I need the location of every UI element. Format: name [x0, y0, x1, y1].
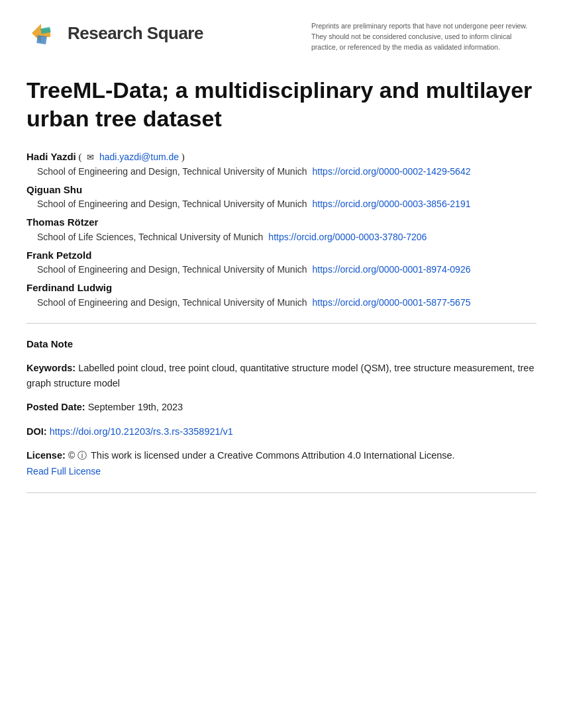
author-affiliation-row-2: School of Engineering and Design, Techni… [26, 197, 537, 211]
posted-date-value-text: September 19th, 2023 [88, 402, 183, 412]
metadata-section: Data Note Keywords: Labelled point cloud… [26, 337, 537, 479]
author-paren-open: ( [79, 152, 85, 162]
author-name-2: Qiguan Shu [26, 184, 82, 195]
author-name-4: Frank Petzold [26, 250, 91, 261]
header-disclaimer: Preprints are preliminary reports that h… [311, 19, 537, 52]
orcid-link-4[interactable]: https://orcid.org/0000-0001-8974-0926 [313, 263, 471, 277]
author-name-5: Ferdinand Ludwig [26, 282, 112, 293]
author-affiliation-row-1: School of Engineering and Design, Techni… [26, 165, 537, 179]
divider-2 [26, 492, 537, 493]
authors-section: Hadi Yazdi ( ✉ hadi.yazdi@tum.de ) Schoo… [26, 150, 537, 310]
posted-date-label: Posted Date: [26, 402, 85, 412]
author-affiliation-5: School of Engineering and Design, Techni… [26, 296, 307, 310]
author-block-4: Frank Petzold School of Engineering and … [26, 248, 537, 277]
author-affiliation-3: School of Life Sciences, Technical Unive… [26, 230, 263, 244]
author-block-1: Hadi Yazdi ( ✉ hadi.yazdi@tum.de ) Schoo… [26, 150, 537, 179]
author-block-2: Qiguan Shu School of Engineering and Des… [26, 183, 537, 212]
orcid-link-2[interactable]: https://orcid.org/0000-0003-3856-2191 [313, 197, 471, 211]
divider-1 [26, 323, 537, 324]
main-content: TreeML-Data; a multidisciplinary and mul… [0, 64, 563, 532]
orcid-link-3[interactable]: https://orcid.org/0000-0003-3780-7206 [268, 230, 427, 244]
posted-date-row: Posted Date: September 19th, 2023 [26, 400, 537, 414]
page: Research Square Preprints are preliminar… [0, 0, 563, 728]
license-text: This work is licensed under a Creative C… [91, 450, 455, 461]
keywords-label: Keywords: [26, 363, 76, 373]
svg-marker-2 [36, 35, 47, 44]
license-icons: © ⓘ [68, 450, 89, 461]
email-icon-1: ✉ [87, 151, 94, 164]
logo-text: Research Square [68, 21, 203, 46]
header: Research Square Preprints are preliminar… [0, 0, 563, 64]
license-label: License: [26, 450, 66, 461]
doi-label: DOI: [26, 426, 47, 437]
author-email-link-1[interactable]: hadi.yazdi@tum.de [99, 152, 179, 162]
keywords-value: Labelled point cloud, tree point cloud, … [26, 363, 534, 388]
doi-row: DOI: https://doi.org/10.21203/rs.3.rs-33… [26, 424, 537, 439]
author-affiliation-row-5: School of Engineering and Design, Techni… [26, 296, 537, 310]
author-affiliation-4: School of Engineering and Design, Techni… [26, 263, 307, 277]
author-affiliation-1: School of Engineering and Design, Techni… [26, 165, 307, 179]
author-block-3: Thomas Rötzer School of Life Sciences, T… [26, 215, 537, 244]
author-name-3: Thomas Rötzer [26, 216, 98, 228]
logo-area: Research Square [26, 19, 203, 48]
license-row: License: © ⓘ This work is licensed under… [26, 448, 537, 478]
author-name-1: Hadi Yazdi [26, 151, 76, 162]
orcid-link-5[interactable]: https://orcid.org/0000-0001-5877-5675 [313, 296, 471, 310]
research-square-logo-icon [26, 19, 61, 48]
author-affiliation-row-4: School of Engineering and Design, Techni… [26, 263, 537, 277]
author-affiliation-row-3: School of Life Sciences, Technical Unive… [26, 230, 537, 244]
section-label: Data Note [26, 337, 537, 352]
author-paren-close: ) [181, 152, 185, 162]
paper-title: TreeML-Data; a multidisciplinary and mul… [26, 76, 537, 132]
orcid-link-1[interactable]: https://orcid.org/0000-0002-1429-5642 [313, 165, 471, 179]
keywords-row: Keywords: Labelled point cloud, tree poi… [26, 361, 537, 390]
doi-link[interactable]: https://doi.org/10.21203/rs.3.rs-3358921… [50, 426, 233, 437]
read-full-license-link[interactable]: Read Full License [26, 465, 537, 479]
author-affiliation-2: School of Engineering and Design, Techni… [26, 197, 307, 211]
author-block-5: Ferdinand Ludwig School of Engineering a… [26, 281, 537, 310]
